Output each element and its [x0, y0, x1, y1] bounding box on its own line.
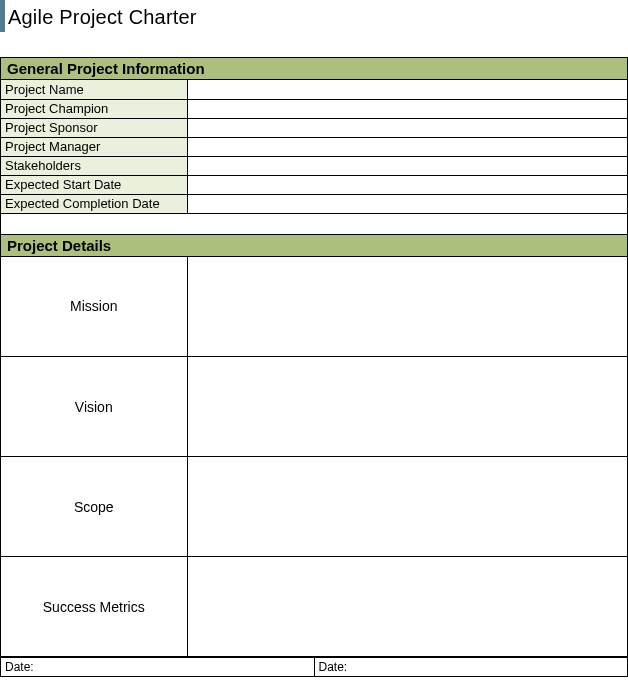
footer-date-2[interactable]: Date: — [315, 658, 628, 676]
field-value-stakeholders[interactable] — [187, 156, 627, 175]
table-row: Mission — [1, 257, 627, 357]
date-label: Date: — [5, 660, 34, 674]
date-label: Date: — [319, 660, 348, 674]
table-row: Scope — [1, 457, 627, 557]
table-row: Expected Start Date — [1, 175, 627, 194]
section-header-details: Project Details — [1, 234, 627, 257]
field-value-expected-completion-date[interactable] — [187, 194, 627, 213]
field-label-project-manager: Project Manager — [1, 137, 187, 156]
table-row: Project Sponsor — [1, 118, 627, 137]
table-row: Success Metrics — [1, 557, 627, 657]
field-label-vision: Vision — [1, 357, 187, 457]
field-value-success-metrics[interactable] — [187, 557, 627, 657]
page-title: Agile Project Charter — [0, 0, 628, 29]
table-row: Project Champion — [1, 99, 627, 118]
field-value-scope[interactable] — [187, 457, 627, 557]
field-value-project-sponsor[interactable] — [187, 118, 627, 137]
field-label-mission: Mission — [1, 257, 187, 357]
field-value-project-manager[interactable] — [187, 137, 627, 156]
field-label-success-metrics: Success Metrics — [1, 557, 187, 657]
field-value-expected-start-date[interactable] — [187, 175, 627, 194]
field-label-expected-start-date: Expected Start Date — [1, 175, 187, 194]
section-header-general: General Project Information — [1, 57, 627, 80]
field-label-project-sponsor: Project Sponsor — [1, 118, 187, 137]
table-row: Project Name — [1, 80, 627, 99]
project-details-table: Mission Vision Scope Success Metrics — [1, 257, 627, 658]
table-row: Project Manager — [1, 137, 627, 156]
field-value-project-champion[interactable] — [187, 99, 627, 118]
field-label-stakeholders: Stakeholders — [1, 156, 187, 175]
field-label-scope: Scope — [1, 457, 187, 557]
footer-dates-row: Date: Date: — [1, 657, 627, 677]
table-row: Vision — [1, 357, 627, 457]
field-value-mission[interactable] — [187, 257, 627, 357]
field-value-vision[interactable] — [187, 357, 627, 457]
charter-sheet: General Project Information Project Name… — [0, 57, 628, 677]
title-accent-bar — [0, 0, 5, 32]
table-row: Expected Completion Date — [1, 194, 627, 213]
field-value-project-name[interactable] — [187, 80, 627, 99]
general-info-table: Project Name Project Champion Project Sp… — [1, 80, 627, 214]
field-label-project-name: Project Name — [1, 80, 187, 99]
table-row: Stakeholders — [1, 156, 627, 175]
footer-date-1[interactable]: Date: — [1, 658, 315, 676]
field-label-expected-completion-date: Expected Completion Date — [1, 194, 187, 213]
field-label-project-champion: Project Champion — [1, 99, 187, 118]
